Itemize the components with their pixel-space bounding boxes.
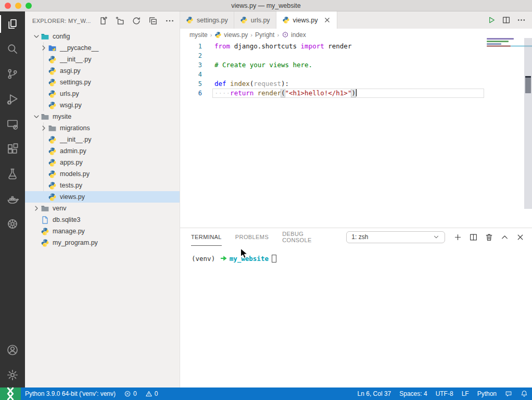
tree-item-db-sqlite3[interactable]: db.sqlite3 xyxy=(25,214,180,226)
tree-item-init-py[interactable]: __init__.py xyxy=(25,134,180,145)
activity-remote-explorer[interactable] xyxy=(0,111,25,136)
close-window-button[interactable] xyxy=(5,3,11,9)
new-folder-button[interactable] xyxy=(115,16,124,26)
tab-urls-py[interactable]: urls.py xyxy=(234,11,276,29)
panel-tab-problems[interactable]: PROBLEMS xyxy=(235,228,269,246)
activity-docker[interactable] xyxy=(0,186,25,211)
editor-scrollbar[interactable] xyxy=(524,38,532,209)
tree-item-config[interactable]: config xyxy=(25,31,180,42)
breadcrumb-label: mysite xyxy=(189,31,208,39)
maximize-panel-button[interactable] xyxy=(500,233,509,242)
activity-extension-circular-gear[interactable] xyxy=(0,211,25,236)
activity-accounts[interactable] xyxy=(0,338,25,362)
close-panel-button[interactable] xyxy=(516,233,525,242)
terminal-output[interactable]: (venv) my_website xyxy=(180,246,532,388)
tree-item-label: mysite xyxy=(53,113,71,120)
activity-run-debug[interactable] xyxy=(0,86,25,111)
status-notifications[interactable] xyxy=(516,388,532,400)
tree-item-urls-py[interactable]: urls.py xyxy=(25,88,180,99)
tree-item-init-py[interactable]: __init__.py xyxy=(25,54,180,65)
minimize-window-button[interactable] xyxy=(15,3,21,9)
new-terminal-button[interactable] xyxy=(453,233,462,242)
activity-source-control[interactable] xyxy=(0,61,25,86)
activity-bar-spacer xyxy=(0,236,25,338)
explorer-sidebar: EXPLORER: MY_W... config__pycache____ini… xyxy=(25,11,180,388)
panel-tab-terminal[interactable]: TERMINAL xyxy=(191,228,222,246)
breadcrumb-mysite[interactable]: mysite xyxy=(189,31,208,39)
new-file-button[interactable] xyxy=(98,16,108,26)
kill-terminal-button[interactable] xyxy=(485,233,493,242)
tab-settings-py[interactable]: settings.py xyxy=(180,11,234,29)
chevron-down-icon xyxy=(32,32,41,41)
zoom-window-button[interactable] xyxy=(26,3,32,9)
breadcrumb-pyright[interactable]: Pyright xyxy=(255,31,274,39)
prompt-arrow-icon xyxy=(220,255,227,261)
tree-item-models-py[interactable]: models.py xyxy=(25,168,180,180)
status-python-interpreter[interactable]: Python 3.9.0 64-bit ('venv': venv) xyxy=(21,388,120,400)
explorer-title: EXPLORER: MY_W... xyxy=(32,18,98,24)
folder-gray-icon xyxy=(41,113,49,121)
activity-settings[interactable] xyxy=(0,362,25,388)
tree-item-migrations[interactable]: migrations xyxy=(25,122,180,134)
tree-indent xyxy=(40,147,48,155)
activity-explorer[interactable] xyxy=(0,11,25,36)
panel-tab-label: PROBLEMS xyxy=(235,234,269,240)
status-eol-sequence[interactable]: LF xyxy=(458,388,473,400)
panel-tab-debug-console[interactable]: DEBUG CONSOLE xyxy=(282,228,333,246)
tree-item-views-py[interactable]: views.py xyxy=(25,191,180,203)
tree-item-my-program-py[interactable]: my_program.py xyxy=(25,237,180,248)
tree-item-settings-py[interactable]: settings.py xyxy=(25,77,180,88)
run-python-file-button[interactable] xyxy=(487,16,496,24)
code-line-3: # Create your views here. xyxy=(214,60,532,70)
split-terminal-button[interactable] xyxy=(469,233,478,242)
tree-item-label: venv xyxy=(53,205,66,212)
code-editor[interactable]: 123456 from django.shortcuts import rend… xyxy=(180,41,532,228)
breadcrumb-views-py[interactable]: views.py xyxy=(214,31,248,39)
tab-views-py[interactable]: views.py xyxy=(276,11,337,29)
tree-item-label: wsgi.py xyxy=(60,102,82,109)
tree-item-label: settings.py xyxy=(60,79,91,86)
split-editor-button[interactable] xyxy=(502,16,511,24)
status-feedback[interactable] xyxy=(501,388,516,400)
refresh-explorer-button[interactable] xyxy=(132,16,141,26)
tree-item-mysite[interactable]: mysite xyxy=(25,111,180,122)
status-python-interpreter-label: Python 3.9.0 64-bit ('venv': venv) xyxy=(25,390,116,397)
activity-search[interactable] xyxy=(0,36,25,61)
tree-item-tests-py[interactable]: tests.py xyxy=(25,180,180,191)
tree-item-asgi-py[interactable]: asgi.py xyxy=(25,65,180,77)
status-error-count[interactable]: 0 xyxy=(120,388,141,400)
activity-extensions[interactable] xyxy=(0,136,25,161)
tree-item-manage-py[interactable]: manage.py xyxy=(25,226,180,237)
python-icon xyxy=(41,227,49,236)
collapse-folders-button[interactable] xyxy=(148,16,158,26)
tree-indent xyxy=(40,90,48,98)
code-token: return xyxy=(230,89,254,97)
more-editor-actions-button[interactable] xyxy=(517,16,526,24)
panel-tab-label: TERMINAL xyxy=(191,234,222,240)
terminal-picker-dropdown[interactable]: 1: zsh xyxy=(346,231,445,243)
python-icon xyxy=(48,170,57,179)
activity-testing[interactable] xyxy=(0,161,25,186)
scrollbar-thumb[interactable] xyxy=(525,76,531,93)
breadcrumb-index[interactable]: index xyxy=(282,31,306,39)
status-warning-count[interactable]: 0 xyxy=(141,388,162,400)
beaker-icon xyxy=(6,168,19,180)
chevron-right-icon xyxy=(40,44,48,52)
status-remote-indicator[interactable] xyxy=(0,388,21,400)
python-icon xyxy=(48,158,57,167)
more-actions-button[interactable] xyxy=(165,16,174,26)
status-warning-count-label: 0 xyxy=(155,390,158,397)
tree-item-pycache[interactable]: __pycache__ xyxy=(25,42,180,54)
tree-item-apps-py[interactable]: apps.py xyxy=(25,157,180,168)
status-language-mode[interactable]: Python xyxy=(473,388,501,400)
tree-item-admin-py[interactable]: admin.py xyxy=(25,145,180,157)
tree-item-venv[interactable]: venv xyxy=(25,203,180,214)
status-indentation[interactable]: Spaces: 4 xyxy=(395,388,431,400)
code-token: render xyxy=(258,89,281,97)
code-token: index xyxy=(230,80,250,88)
panel-actions xyxy=(453,233,525,242)
tree-item-wsgi-py[interactable]: wsgi.py xyxy=(25,99,180,111)
status-cursor-position[interactable]: Ln 6, Col 37 xyxy=(353,388,396,400)
terminal-cursor xyxy=(272,255,276,262)
status-encoding[interactable]: UTF-8 xyxy=(432,388,458,400)
